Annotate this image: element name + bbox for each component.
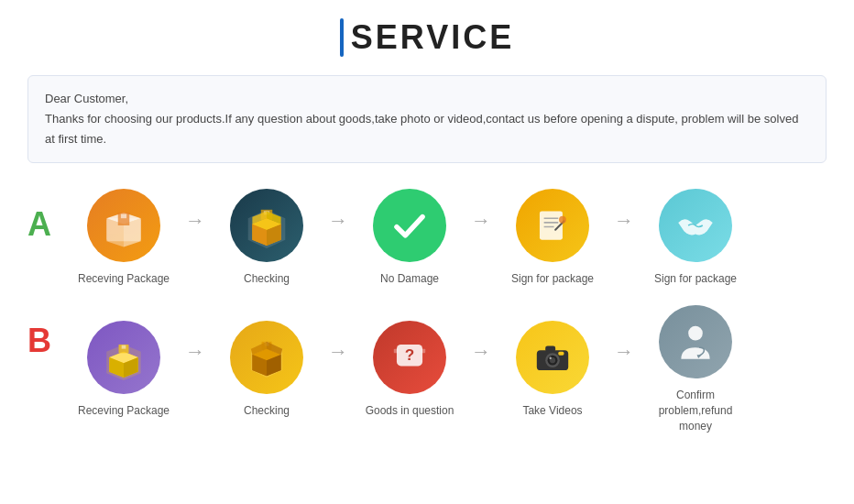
svg-rect-42 [422,349,426,354]
arrow-b4: → [614,340,634,364]
arrow-b3: → [471,340,491,364]
arrow-b1: → [185,340,205,364]
arrow-a3: → [471,209,491,233]
svg-rect-41 [394,349,399,354]
step-b2-label: Checking [244,403,290,419]
step-b5-label: Confirm problem,refund money [645,388,746,433]
steps-row-a: Receving Package → C [64,189,827,287]
step-a4-label: Sign for package [511,271,594,287]
svg-point-50 [688,326,703,341]
step-a4-icon [516,189,589,262]
step-b1: Receving Package [64,321,183,419]
step-b2: Checking [207,321,326,419]
page-title: SERVICE [351,18,514,57]
title-accent-bar [340,18,344,57]
step-a2-label: Checking [244,271,290,287]
step-b4: Take Videos [493,321,612,419]
svg-point-47 [549,356,551,358]
arrow-b2: → [328,340,348,364]
svg-rect-29 [122,345,126,349]
step-a2-icon [230,189,303,262]
step-b1-label: Receving Package [78,403,170,419]
message-line1: Dear Customer, [45,89,809,109]
arrow-a4: → [614,209,634,233]
step-b3: ? Goods in question [350,321,469,419]
customer-message-box: Dear Customer, Thanks for choosing our p… [27,75,827,163]
step-a3-icon [373,189,446,262]
step-a5-label: Sign for package [654,271,737,287]
step-b5: Confirm problem,refund money [636,305,755,433]
page-title-section: SERVICE [27,18,827,57]
step-a1-icon [87,189,160,262]
row-letter-a: A [27,205,55,244]
step-b1-icon [87,321,160,394]
svg-point-22 [559,216,566,224]
svg-text:?: ? [405,345,415,364]
step-a5-icon [659,189,732,262]
arrow-a2: → [328,209,348,233]
step-a4: Sign for package [493,189,612,287]
flow-row-a: A Receving Package → [27,189,827,287]
svg-rect-48 [545,345,555,351]
message-line2: Thanks for choosing our products.If any … [45,109,809,149]
step-b4-label: Take Videos [522,403,582,419]
steps-row-b: Receving Package → Checking [64,305,827,433]
step-b3-label: Goods in question [366,403,454,419]
step-b3-icon: ? [373,321,446,394]
step-a5: Sign for package [636,189,755,287]
flow-row-b: B Receving Package → [27,305,827,433]
svg-rect-6 [121,214,126,219]
row-letter-b: B [27,322,55,360]
step-b5-icon [659,305,732,378]
step-a2: Checking [207,189,326,287]
step-a3: No Damage [350,189,469,287]
step-b2-icon [230,321,303,394]
arrow-a1: → [185,209,205,233]
step-a1: Receving Package [64,189,183,287]
svg-rect-49 [558,352,564,356]
step-b4-icon [516,321,589,394]
step-a3-label: No Damage [380,271,439,287]
step-a1-label: Receving Package [78,271,170,287]
